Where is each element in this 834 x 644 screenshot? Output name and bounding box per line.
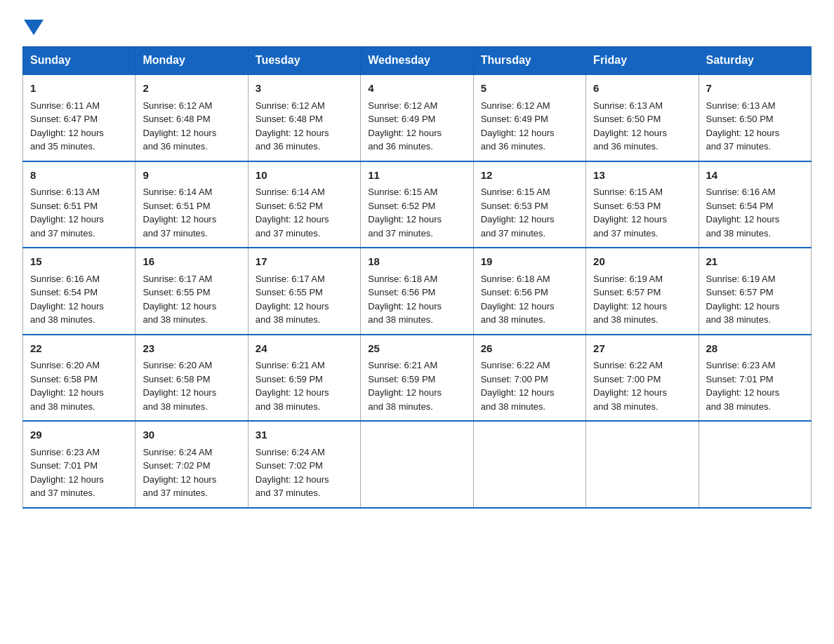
sunrise-label: Sunrise: 6:11 AM [30, 100, 100, 111]
sunset-label: Sunset: 7:01 PM [30, 460, 98, 471]
calendar-cell: 6 Sunrise: 6:13 AM Sunset: 6:50 PM Dayli… [586, 74, 699, 161]
sunset-label: Sunset: 6:50 PM [593, 114, 661, 124]
day-number: 3 [256, 81, 353, 97]
daylight-minutes: and 37 minutes. [30, 488, 95, 498]
daylight-label: Daylight: 12 hours [481, 214, 555, 224]
day-number: 7 [706, 81, 804, 97]
calendar-header-row: SundayMondayTuesdayWednesdayThursdayFrid… [23, 47, 812, 75]
day-number: 28 [706, 341, 804, 357]
daylight-minutes: and 38 minutes. [481, 401, 546, 412]
sunset-label: Sunset: 6:49 PM [368, 114, 435, 124]
logo [22, 17, 44, 32]
sunrise-label: Sunrise: 6:12 AM [143, 100, 212, 111]
sunrise-label: Sunrise: 6:13 AM [30, 187, 100, 197]
sunrise-label: Sunrise: 6:15 AM [593, 187, 663, 197]
calendar-cell: 28 Sunrise: 6:23 AM Sunset: 7:01 PM Dayl… [699, 335, 811, 422]
day-number: 10 [256, 168, 353, 184]
daylight-minutes: and 38 minutes. [481, 314, 546, 325]
sunrise-label: Sunrise: 6:12 AM [481, 100, 550, 111]
daylight-label: Daylight: 12 hours [256, 301, 329, 311]
sunrise-label: Sunrise: 6:22 AM [593, 360, 663, 370]
daylight-minutes: and 37 minutes. [368, 228, 433, 239]
daylight-minutes: and 35 minutes. [30, 141, 95, 152]
daylight-label: Daylight: 12 hours [593, 387, 667, 398]
daylight-minutes: and 36 minutes. [256, 141, 321, 152]
calendar-cell: 30 Sunrise: 6:24 AM Sunset: 7:02 PM Dayl… [135, 421, 248, 508]
calendar-cell: 24 Sunrise: 6:21 AM Sunset: 6:59 PM Dayl… [248, 335, 360, 422]
day-number: 12 [481, 168, 578, 184]
daylight-label: Daylight: 12 hours [593, 214, 667, 224]
day-number: 21 [706, 254, 804, 270]
calendar-header-sunday: Sunday [23, 47, 135, 75]
day-number: 30 [143, 427, 240, 443]
daylight-label: Daylight: 12 hours [706, 128, 780, 138]
day-number: 8 [30, 168, 128, 184]
sunrise-label: Sunrise: 6:15 AM [368, 187, 437, 197]
sunrise-label: Sunrise: 6:15 AM [481, 187, 550, 197]
daylight-minutes: and 38 minutes. [30, 314, 95, 325]
sunrise-label: Sunrise: 6:12 AM [368, 100, 437, 111]
calendar-cell [473, 421, 585, 508]
sunset-label: Sunset: 6:48 PM [143, 114, 210, 124]
calendar-cell: 23 Sunrise: 6:20 AM Sunset: 6:58 PM Dayl… [135, 335, 248, 422]
sunset-label: Sunset: 6:54 PM [706, 201, 774, 211]
sunset-label: Sunset: 6:56 PM [481, 287, 548, 297]
calendar-header-thursday: Thursday [473, 47, 585, 75]
daylight-minutes: and 37 minutes. [706, 141, 772, 152]
daylight-label: Daylight: 12 hours [593, 301, 667, 311]
sunrise-label: Sunrise: 6:20 AM [143, 360, 212, 370]
sunrise-label: Sunrise: 6:13 AM [706, 100, 776, 111]
sunrise-label: Sunrise: 6:24 AM [143, 447, 212, 457]
sunset-label: Sunset: 6:56 PM [368, 287, 435, 297]
day-number: 11 [368, 168, 465, 184]
day-number: 16 [143, 254, 240, 270]
daylight-minutes: and 38 minutes. [368, 401, 433, 412]
day-number: 25 [368, 341, 465, 357]
sunrise-label: Sunrise: 6:23 AM [706, 360, 776, 370]
sunset-label: Sunset: 6:57 PM [593, 287, 661, 297]
sunset-label: Sunset: 6:54 PM [30, 287, 98, 297]
daylight-minutes: and 37 minutes. [143, 228, 208, 239]
sunset-label: Sunset: 7:00 PM [481, 374, 548, 384]
sunset-label: Sunset: 6:51 PM [30, 201, 98, 211]
daylight-label: Daylight: 12 hours [30, 214, 104, 224]
calendar-cell: 22 Sunrise: 6:20 AM Sunset: 6:58 PM Dayl… [23, 335, 135, 422]
daylight-label: Daylight: 12 hours [30, 474, 104, 485]
sunrise-label: Sunrise: 6:16 AM [30, 274, 100, 284]
sunrise-label: Sunrise: 6:17 AM [256, 274, 325, 284]
day-number: 31 [256, 427, 353, 443]
sunset-label: Sunset: 7:02 PM [256, 460, 323, 471]
daylight-label: Daylight: 12 hours [256, 474, 329, 485]
daylight-label: Daylight: 12 hours [30, 301, 104, 311]
sunrise-label: Sunrise: 6:13 AM [593, 100, 663, 111]
calendar-cell: 11 Sunrise: 6:15 AM Sunset: 6:52 PM Dayl… [361, 161, 473, 248]
calendar-cell: 15 Sunrise: 6:16 AM Sunset: 6:54 PM Dayl… [23, 248, 135, 335]
daylight-label: Daylight: 12 hours [706, 387, 780, 398]
sunrise-label: Sunrise: 6:21 AM [368, 360, 437, 370]
calendar-cell: 20 Sunrise: 6:19 AM Sunset: 6:57 PM Dayl… [586, 248, 699, 335]
calendar-cell: 10 Sunrise: 6:14 AM Sunset: 6:52 PM Dayl… [248, 161, 360, 248]
calendar-header-tuesday: Tuesday [248, 47, 360, 75]
sunrise-label: Sunrise: 6:24 AM [256, 447, 325, 457]
daylight-minutes: and 37 minutes. [143, 488, 208, 498]
daylight-label: Daylight: 12 hours [481, 128, 555, 138]
daylight-label: Daylight: 12 hours [706, 301, 780, 311]
day-number: 29 [30, 427, 128, 443]
calendar-cell: 4 Sunrise: 6:12 AM Sunset: 6:49 PM Dayli… [361, 74, 473, 161]
day-number: 6 [593, 81, 691, 97]
daylight-label: Daylight: 12 hours [368, 387, 442, 398]
calendar-week-row: 22 Sunrise: 6:20 AM Sunset: 6:58 PM Dayl… [23, 335, 812, 422]
sunrise-label: Sunrise: 6:21 AM [256, 360, 325, 370]
daylight-minutes: and 38 minutes. [256, 401, 321, 412]
daylight-label: Daylight: 12 hours [706, 214, 780, 224]
daylight-minutes: and 38 minutes. [706, 401, 772, 412]
calendar-header-friday: Friday [586, 47, 699, 75]
calendar-week-row: 15 Sunrise: 6:16 AM Sunset: 6:54 PM Dayl… [23, 248, 812, 335]
calendar-cell: 3 Sunrise: 6:12 AM Sunset: 6:48 PM Dayli… [248, 74, 360, 161]
daylight-minutes: and 38 minutes. [143, 314, 208, 325]
calendar-cell [586, 421, 699, 508]
sunset-label: Sunset: 6:57 PM [706, 287, 774, 297]
daylight-minutes: and 37 minutes. [256, 228, 321, 239]
daylight-minutes: and 37 minutes. [593, 228, 658, 239]
sunrise-label: Sunrise: 6:19 AM [593, 274, 663, 284]
